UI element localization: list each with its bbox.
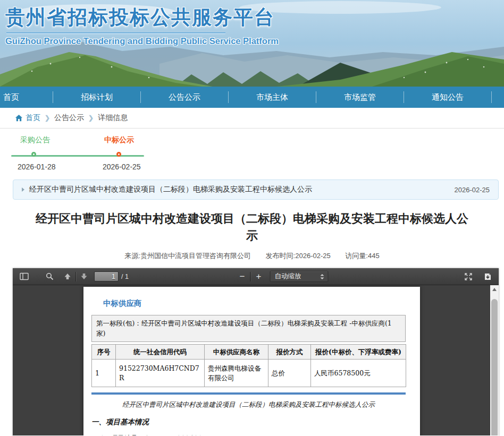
scroll-up-arrow-icon [492,288,497,291]
cell-credit-code: 91522730MA6H7CND7R [116,360,205,387]
breadcrumb-home-link[interactable]: 首页 [26,113,40,123]
zoom-in-button[interactable]: + [252,271,266,282]
page-number-input[interactable] [94,271,119,281]
breadcrumb-announcements-link[interactable]: 公告公示 [54,113,84,123]
nav-item-home[interactable]: 首页 [0,92,53,102]
site-title: 贵州省招标投标公共服务平台 [5,4,279,31]
sidebar-toggle-button[interactable] [17,270,31,283]
doc-item-project-number: 1、项目编号：GXZL-ZX-202601 [99,432,406,435]
notice-bar[interactable]: 经开区中曹司片区城中村改造建设项目（二标段）电梯采购及安装工程中标候选人公示 2… [13,179,499,200]
nav-item-market-entities[interactable]: 市场主体 [229,92,316,102]
zoom-mode-select[interactable]: 自动缩放 [270,271,329,282]
download-button[interactable] [481,270,494,283]
doc-basic-info-list: 1、项目编号：GXZL-ZX-202601 2、项目名称：经开区中曹司片区城中村… [99,432,406,435]
nav-divider [491,91,492,103]
col-header-seq: 序号 [92,344,116,360]
article-meta: 来源:贵州国信中流项目管理咨询有限公司 发布时间:2026-02-25 访问量:… [0,251,504,261]
cell-quote-method: 总价 [268,360,311,387]
presentation-mode-button[interactable] [461,270,475,283]
chevron-right-icon: ❯ [88,114,94,122]
site-header: 贵州省招标投标公共服务平台 GuiZhou Province Tendering… [0,0,504,87]
next-page-button[interactable] [77,270,91,283]
timeline-date-award: 2026-02-25 [103,163,141,171]
nav-item-notices[interactable]: 通知公告 [404,92,491,102]
fullscreen-expand-icon [464,272,473,281]
doc-divider-rule [91,392,406,395]
doc-section-heading: 中标供应商 [103,298,406,309]
nav-item-announcements[interactable]: 公告公示 [141,92,228,102]
col-header-quote: 报价(中标价、下浮率或费率) [311,344,406,360]
doc-title-line: 经开区中曹司片区城中村改造建设项目（二标段）电梯采购及安装工程中标候选人公示 [91,400,406,409]
doc-package-note: 第一标段(包)：经开区中曹司片区城中村改造建设项目（二标段）电梯采购及安装工程 … [91,315,406,342]
site-subtitle: GuiZhou Province Tendering and Bidding P… [5,36,279,46]
timeline-stage-award-label: 中标公示 [104,135,134,145]
notice-date: 2026-02-25 [455,186,490,194]
scrollbar-up-button[interactable] [490,285,499,294]
timeline-node-award [116,152,121,157]
timeline-node-procurement [31,152,36,157]
breadcrumb-current: 详细信息 [98,113,128,123]
timeline-stage-procurement-label: 采购公告 [20,135,50,145]
article-publish-time: 发布时间:2026-02-25 [266,252,331,260]
cell-supplier-name: 贵州森腾电梯设备有限公司 [205,360,268,387]
breadcrumb: 首页 ❯ 公告公示 ❯ 详细信息 [0,108,504,129]
article-source: 来源:贵州国信中流项目管理咨询有限公司 [124,252,251,260]
pdf-page: 中标供应商 第一标段(包)：经开区中曹司片区城中村改造建设项目（二标段）电梯采购… [83,287,420,435]
table-header-row: 序号 统一社会信用代码 中标供应商名称 报价方式 报价(中标价、下浮率或费率) [92,344,406,360]
arrow-down-icon [80,273,88,280]
cell-seq: 1 [92,360,116,387]
scrollbar-thumb[interactable] [491,299,498,435]
zoom-out-button[interactable]: − [236,271,249,282]
search-button[interactable] [43,270,56,283]
pdf-scrollbar[interactable] [490,285,499,435]
chevron-right-icon: ❯ [45,114,50,122]
pdf-viewer: / 1 − + 自动缩放 [13,268,499,436]
cell-quote: 人民币6578500元 [311,360,406,387]
winning-supplier-table: 序号 统一社会信用代码 中标供应商名称 报价方式 报价(中标价、下浮率或费率) … [91,344,406,388]
search-icon [46,272,54,280]
article-views: 访问量:445 [345,252,379,260]
col-header-quote-method: 报价方式 [268,344,311,360]
zoom-mode-value: 自动缩放 [275,272,301,281]
doc-basic-info-heading: 一、项目基本情况 [91,417,406,427]
page-title: 经开区中曹司片区城中村改造建设项目（二标段）电梯采购及安装工程中标候选人公示 [32,210,472,244]
home-icon[interactable] [15,114,23,122]
nav-item-tender-plan[interactable]: 招标计划 [53,92,140,102]
sidebar-toggle-icon [20,272,29,280]
previous-page-button[interactable] [61,270,74,283]
pdf-content-area: 中标供应商 第一标段(包)：经开区中曹司片区城中村改造建设项目（二标段）电梯采购… [13,285,499,435]
notice-title: 经开区中曹司片区城中村改造建设项目（二标段）电梯采购及安装工程中标候选人公示 [29,185,455,194]
pdf-toolbar: / 1 − + 自动缩放 [13,268,499,285]
arrow-up-icon [64,273,71,280]
col-header-supplier-name: 中标供应商名称 [205,344,268,360]
download-icon [484,272,492,281]
triangle-right-icon [22,187,24,192]
table-row: 1 91522730MA6H7CND7R 贵州森腾电梯设备有限公司 总价 人民币… [92,360,406,387]
process-timeline: 采购公告 中标公示 2026-01-28 2026-02-25 [0,129,504,179]
main-nav: 首页 招标计划 公告公示 市场主体 市场监管 通知公告 [0,87,504,108]
page-count-label: / 1 [121,273,129,280]
col-header-credit-code: 统一社会信用代码 [116,344,205,360]
nav-item-market-supervision[interactable]: 市场监管 [316,92,404,102]
select-updown-icon [320,273,325,280]
title-underline [6,32,225,33]
timeline-date-procurement: 2026-01-28 [18,163,56,171]
